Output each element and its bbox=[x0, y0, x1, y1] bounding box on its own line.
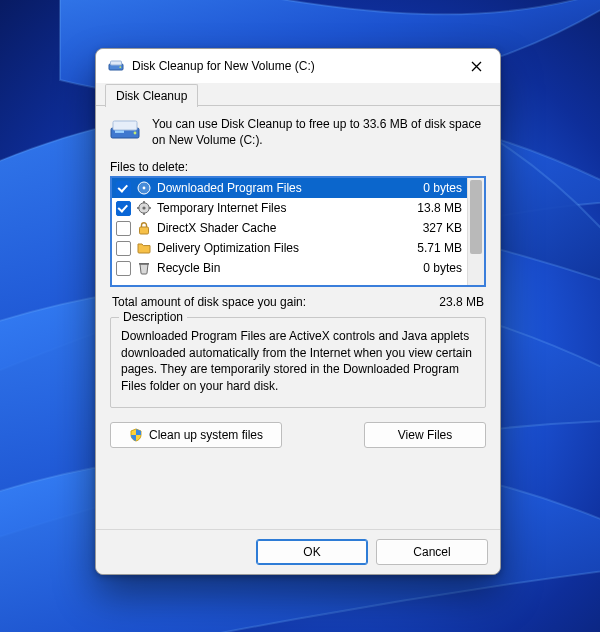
view-files-label: View Files bbox=[398, 428, 452, 442]
item-label: Temporary Internet Files bbox=[157, 201, 399, 215]
svg-point-6 bbox=[134, 132, 137, 135]
item-label: DirectX Shader Cache bbox=[157, 221, 399, 235]
gear-icon bbox=[136, 200, 152, 216]
titlebar: Disk Cleanup for New Volume (C:) bbox=[96, 49, 500, 83]
svg-rect-16 bbox=[139, 263, 149, 265]
total-row: Total amount of disk space you gain: 23.… bbox=[112, 295, 484, 309]
intro-row: You can use Disk Cleanup to free up to 3… bbox=[110, 116, 486, 148]
clean-system-files-label: Clean up system files bbox=[149, 428, 263, 442]
svg-point-10 bbox=[142, 207, 145, 210]
item-checkbox[interactable] bbox=[116, 221, 131, 236]
scrollbar-thumb[interactable] bbox=[470, 180, 482, 254]
item-size: 327 KB bbox=[404, 221, 462, 235]
list-item[interactable]: Recycle Bin0 bytes bbox=[112, 258, 468, 278]
item-checkbox[interactable] bbox=[116, 261, 131, 276]
svg-rect-5 bbox=[115, 131, 124, 133]
dialog-client: Disk Cleanup You can use Disk Cleanup to… bbox=[96, 83, 500, 574]
intro-text: You can use Disk Cleanup to free up to 3… bbox=[152, 116, 486, 148]
item-size: 0 bytes bbox=[404, 261, 462, 275]
item-size: 13.8 MB bbox=[404, 201, 462, 215]
tab-disk-cleanup[interactable]: Disk Cleanup bbox=[105, 84, 198, 107]
item-label: Recycle Bin bbox=[157, 261, 399, 275]
item-label: Delivery Optimization Files bbox=[157, 241, 399, 255]
svg-rect-1 bbox=[111, 61, 122, 65]
description-text: Downloaded Program Files are ActiveX con… bbox=[121, 328, 475, 394]
lock-icon bbox=[136, 220, 152, 236]
folder-icon bbox=[136, 240, 152, 256]
ok-label: OK bbox=[303, 545, 320, 559]
description-heading: Description bbox=[119, 310, 187, 324]
tab-body: You can use Disk Cleanup to free up to 3… bbox=[96, 106, 500, 529]
svg-point-2 bbox=[119, 66, 121, 68]
tab-strip: Disk Cleanup bbox=[96, 83, 500, 106]
clean-system-files-button[interactable]: Clean up system files bbox=[110, 422, 282, 448]
dialog-footer: OK Cancel bbox=[96, 529, 500, 574]
svg-rect-15 bbox=[140, 227, 149, 234]
description-group: Description Downloaded Program Files are… bbox=[110, 317, 486, 407]
item-checkbox[interactable] bbox=[116, 241, 131, 256]
disk-icon bbox=[136, 180, 152, 196]
item-checkbox[interactable] bbox=[116, 181, 131, 196]
files-to-delete-label: Files to delete: bbox=[110, 160, 486, 174]
app-drive-icon bbox=[108, 58, 124, 74]
view-files-button[interactable]: View Files bbox=[364, 422, 486, 448]
total-label: Total amount of disk space you gain: bbox=[112, 295, 439, 309]
bin-icon bbox=[136, 260, 152, 276]
list-item[interactable]: Temporary Internet Files13.8 MB bbox=[112, 198, 468, 218]
item-size: 0 bytes bbox=[404, 181, 462, 195]
item-checkbox[interactable] bbox=[116, 201, 131, 216]
window-title: Disk Cleanup for New Volume (C:) bbox=[132, 59, 462, 73]
cancel-button[interactable]: Cancel bbox=[376, 539, 488, 565]
ok-button[interactable]: OK bbox=[256, 539, 368, 565]
list-item[interactable]: Delivery Optimization Files5.71 MB bbox=[112, 238, 468, 258]
svg-rect-4 bbox=[113, 121, 137, 130]
list-item[interactable]: DirectX Shader Cache327 KB bbox=[112, 218, 468, 238]
intro-drive-icon bbox=[110, 118, 142, 142]
total-value: 23.8 MB bbox=[439, 295, 484, 309]
disk-cleanup-dialog: Disk Cleanup for New Volume (C:) Disk Cl… bbox=[95, 48, 501, 575]
files-list-scrollbar[interactable] bbox=[467, 178, 484, 285]
cancel-label: Cancel bbox=[413, 545, 450, 559]
list-item[interactable]: Downloaded Program Files0 bytes bbox=[112, 178, 468, 198]
files-list[interactable]: Downloaded Program Files0 bytesTemporary… bbox=[110, 176, 486, 287]
item-label: Downloaded Program Files bbox=[157, 181, 399, 195]
shield-icon bbox=[129, 428, 143, 442]
svg-point-8 bbox=[143, 187, 146, 190]
close-icon[interactable] bbox=[462, 52, 490, 80]
item-size: 5.71 MB bbox=[404, 241, 462, 255]
